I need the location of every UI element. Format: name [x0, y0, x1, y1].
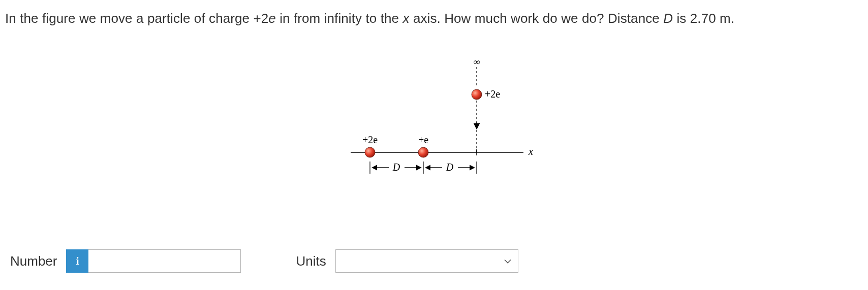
- physics-diagram: x ∞ +2e +2e +e D D: [340, 56, 544, 188]
- mid-charge: [418, 147, 428, 157]
- number-label: Number: [10, 253, 57, 269]
- question-text: In the figure we move a particle of char…: [0, 0, 868, 27]
- mid-charge-label: +e: [418, 134, 428, 145]
- moving-charge: [472, 89, 482, 100]
- number-input[interactable]: [88, 249, 241, 273]
- moving-charge-label: +2e: [485, 88, 500, 100]
- answer-row: Number i Units: [10, 249, 518, 273]
- units-label: Units: [296, 253, 326, 269]
- distance-label-right: D: [446, 162, 454, 173]
- infinity-symbol: ∞: [474, 57, 480, 67]
- units-select[interactable]: [335, 249, 518, 273]
- number-input-group: i: [66, 249, 241, 273]
- axis-label: x: [528, 146, 533, 157]
- left-charge: [365, 147, 375, 157]
- distance-label-left: D: [392, 162, 400, 173]
- left-charge-label: +2e: [362, 134, 378, 145]
- info-icon[interactable]: i: [66, 249, 88, 273]
